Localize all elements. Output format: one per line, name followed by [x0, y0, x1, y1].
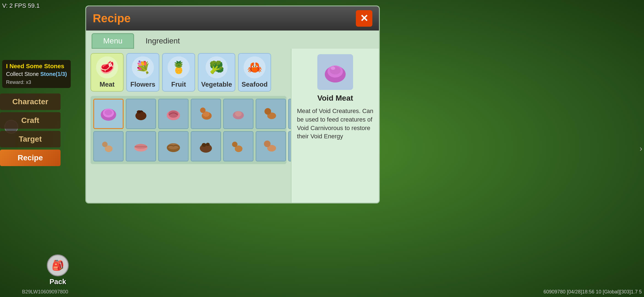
- meat-label: Meat: [100, 81, 115, 88]
- category-flowers[interactable]: 💐 Flowers: [126, 53, 159, 92]
- hud-bottomright: 60909780 [04/28]18:56 10 [Global][303]1.…: [544, 289, 642, 295]
- item-slot-11[interactable]: [223, 131, 253, 161]
- meat-icon: 🥩: [91, 52, 122, 83]
- selected-item-description: Meat of Void Creatures. Can be used to f…: [297, 107, 373, 141]
- category-meat[interactable]: 🥩 Meat: [91, 53, 124, 92]
- svg-point-13: [264, 108, 271, 115]
- recipe-button[interactable]: Recipe: [0, 150, 61, 166]
- item-slot-0[interactable]: [93, 99, 124, 129]
- craft-button[interactable]: Craft: [0, 112, 61, 129]
- svg-point-18: [102, 142, 108, 147]
- dialog-header: Recipe ✕: [86, 6, 379, 31]
- item-slot-2[interactable]: [158, 99, 189, 129]
- item-slot-7[interactable]: [93, 131, 124, 161]
- fruit-icon: 🍍: [163, 52, 194, 83]
- reward-amount: x3: [26, 79, 31, 85]
- right-panel: Void Meat Meat of Void Creatures. Can be…: [291, 49, 379, 204]
- arrow-right-icon[interactable]: ›: [640, 144, 642, 153]
- item-slot-6[interactable]: [288, 99, 291, 129]
- seafood-icon: 🦀: [239, 52, 270, 83]
- quest-info: I Need Some Stones Collect Stone Stone(1…: [2, 60, 71, 88]
- selected-item-name: Void Meat: [317, 94, 353, 103]
- item-slot-13[interactable]: [288, 131, 291, 161]
- flowers-icon: 💐: [127, 52, 158, 83]
- recipe-dialog: Recipe ✕ Menu Ingredient 🥩 Meat 💐 Flower…: [85, 6, 380, 204]
- svg-point-2: [105, 110, 112, 115]
- quest-title: I Need Some Stones: [6, 63, 67, 70]
- fruit-label: Fruit: [171, 81, 186, 88]
- item-slot-5[interactable]: [256, 99, 286, 129]
- quest-reward: Reward: x3: [6, 79, 67, 85]
- vegetable-label: Vegetable: [201, 81, 232, 88]
- character-button[interactable]: Character: [0, 94, 61, 110]
- item-slot-1[interactable]: [126, 99, 156, 129]
- item-slot-8[interactable]: [126, 131, 156, 161]
- pack-label: Pack: [50, 277, 66, 286]
- seafood-label: Seafood: [242, 81, 268, 88]
- item-slot-3[interactable]: [191, 99, 221, 129]
- tab-ingredient[interactable]: Ingredient: [134, 33, 192, 49]
- category-fruit[interactable]: 🍍 Fruit: [162, 53, 195, 92]
- item-slot-9[interactable]: [158, 131, 189, 161]
- svg-point-30: [264, 141, 271, 147]
- category-seafood[interactable]: 🦀 Seafood: [238, 53, 271, 92]
- left-nav: Character Craft Target Recipe: [0, 94, 61, 166]
- tab-bar: Menu Ingredient: [86, 31, 379, 49]
- svg-point-25: [202, 143, 206, 147]
- dialog-title: Recipe: [93, 12, 131, 25]
- vegetable-icon: 🥦: [201, 52, 232, 83]
- target-button[interactable]: Target: [0, 131, 61, 147]
- pack-button[interactable]: 🎒 Pack: [47, 254, 69, 286]
- item-slot-12[interactable]: [256, 131, 286, 161]
- quest-panel: I Need Some Stones Collect Stone Stone(1…: [2, 60, 71, 88]
- item-slot-10[interactable]: [191, 131, 221, 161]
- collect-progress: Stone(1/3): [40, 71, 67, 77]
- close-button[interactable]: ✕: [356, 10, 372, 27]
- svg-point-26: [206, 143, 210, 146]
- category-grid: 🥩 Meat 💐 Flowers 🍍 Fruit 🥦 Vegetable 🦀: [91, 53, 286, 92]
- svg-point-11: [235, 111, 242, 117]
- tab-menu[interactable]: Menu: [92, 33, 134, 49]
- left-content: 🥩 Meat 💐 Flowers 🍍 Fruit 🥦 Vegetable 🦀: [86, 49, 291, 204]
- pack-id: B29LW10609097800: [22, 289, 68, 295]
- pack-icon: 🎒: [47, 254, 69, 276]
- quest-collect: Collect Stone Stone(1/3): [6, 71, 67, 77]
- svg-rect-21: [135, 146, 147, 147]
- category-vegetable[interactable]: 🥦 Vegetable: [198, 53, 235, 92]
- item-preview: [317, 54, 353, 90]
- dialog-content: 🥩 Meat 💐 Flowers 🍍 Fruit 🥦 Vegetable 🦀: [86, 49, 379, 204]
- item-slot-4[interactable]: [223, 99, 253, 129]
- svg-point-28: [232, 142, 238, 147]
- collect-label: Collect Stone: [6, 71, 39, 77]
- hud-fps: V: 2 FPS 59.1: [2, 2, 40, 9]
- reward-label: Reward:: [6, 79, 24, 85]
- svg-point-37: [331, 67, 335, 70]
- svg-point-9: [200, 108, 206, 113]
- items-grid: [91, 96, 286, 164]
- flowers-label: Flowers: [130, 81, 155, 88]
